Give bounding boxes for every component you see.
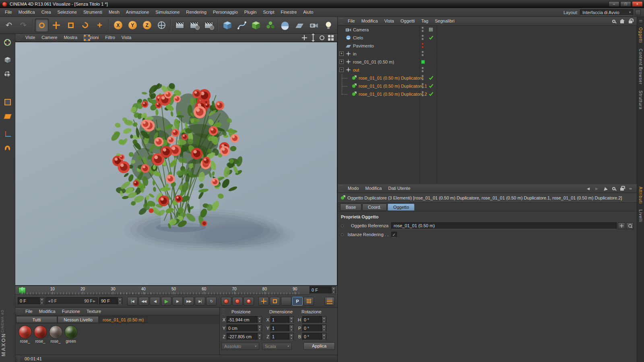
coord-mode-select[interactable]: Assoluto ▾ bbox=[221, 343, 259, 350]
size-z-field[interactable]: 1▲▼ bbox=[270, 333, 294, 340]
om-menu-segnalibri[interactable]: Segnalibri bbox=[431, 17, 458, 25]
viewport-menu-vista[interactable]: Vista bbox=[118, 33, 134, 42]
spinner-up-icon[interactable]: ▲ bbox=[322, 317, 326, 320]
side-tab-attributi[interactable]: Attributi bbox=[638, 187, 643, 204]
points-mode-button[interactable] bbox=[2, 82, 14, 94]
spinner-up-icon[interactable]: ▲ bbox=[289, 333, 293, 337]
render-view-button[interactable] bbox=[173, 19, 187, 32]
om-menu-modifica[interactable]: Modifica bbox=[358, 17, 381, 25]
check-tag-icon[interactable] bbox=[429, 76, 433, 81]
lock-icon[interactable] bbox=[619, 185, 625, 191]
spinner-down-icon[interactable]: ▼ bbox=[322, 320, 326, 323]
spinner-down-icon[interactable]: ▼ bbox=[289, 337, 293, 340]
goto-end-button[interactable]: ▶| bbox=[195, 297, 205, 306]
history-back-icon[interactable]: ◀ bbox=[585, 185, 591, 191]
tab-base[interactable]: Base bbox=[340, 204, 361, 211]
spinner-down-icon[interactable]: ▼ bbox=[332, 290, 336, 294]
side-tab-content-browser[interactable]: Content Browser bbox=[638, 49, 643, 84]
material-item-2[interactable]: rose_ bbox=[48, 325, 63, 343]
home-icon[interactable] bbox=[619, 18, 625, 24]
tree-row-out[interactable]: −out bbox=[338, 66, 637, 74]
render-picture-viewer-button[interactable] bbox=[188, 19, 201, 32]
viewport-menu-filtro[interactable]: Filtro bbox=[102, 33, 118, 42]
panel-drag-handle[interactable] bbox=[17, 309, 20, 314]
apply-button[interactable]: Applica bbox=[303, 342, 335, 350]
make-editable-button[interactable] bbox=[2, 36, 14, 48]
am-menu-dati-utente[interactable]: Dati Utente bbox=[385, 184, 414, 193]
record-keyframes-button[interactable] bbox=[221, 297, 231, 306]
coord-scale-select[interactable]: Scala ▾ bbox=[262, 343, 292, 350]
prev-key-button[interactable]: ◀◀ bbox=[138, 297, 149, 306]
range-left-icon[interactable]: ◀ bbox=[47, 300, 51, 303]
spinner-down-icon[interactable]: ▼ bbox=[322, 337, 326, 340]
menu-finestre[interactable]: Finestre bbox=[278, 8, 300, 16]
light-button[interactable] bbox=[322, 19, 335, 32]
visibility-dots[interactable] bbox=[421, 83, 424, 88]
key-scale-button[interactable] bbox=[270, 297, 280, 306]
toggle-views-icon[interactable] bbox=[328, 35, 334, 41]
next-key-button[interactable]: ▶▶ bbox=[184, 297, 194, 306]
material-tab-rose-01-01-0-50-m[interactable]: rose_01_01 (0.50 m) bbox=[99, 316, 147, 323]
keyframe-dot-icon[interactable] bbox=[341, 233, 344, 236]
spinner-up-icon[interactable]: ▲ bbox=[118, 298, 122, 301]
environment-button[interactable] bbox=[278, 19, 292, 32]
last-tool-button[interactable]: + bbox=[93, 19, 106, 32]
goto-start-button[interactable]: |◀ bbox=[127, 297, 138, 306]
tree-row-rose-01-01-0-50-m-duplicatore-2[interactable]: rose_01_01 (0.50 m) Duplicatore.2 bbox=[338, 90, 637, 98]
orbit-view-icon[interactable] bbox=[319, 35, 325, 41]
next-frame-button[interactable]: ▶ bbox=[172, 297, 183, 306]
menu-rendering[interactable]: Rendering bbox=[183, 8, 210, 16]
material-menu-file[interactable]: File bbox=[22, 307, 36, 316]
visibility-dots[interactable] bbox=[421, 75, 424, 80]
mograph-button[interactable] bbox=[264, 19, 277, 32]
tree-row-rose-01-01-0-50-m-duplicatore-1[interactable]: rose_01_01 (0.50 m) Duplicatore.1 bbox=[338, 82, 637, 90]
lock-z-axis-button[interactable]: Z bbox=[140, 19, 154, 32]
viewport-menu-viste[interactable]: Viste bbox=[22, 33, 38, 42]
spinner-down-icon[interactable]: ▼ bbox=[258, 337, 262, 340]
primitive-cube-button[interactable] bbox=[221, 19, 234, 32]
maximize-button[interactable]: □ bbox=[620, 1, 631, 7]
position-y-field[interactable]: 0 cm▲▼ bbox=[227, 325, 262, 332]
menu-strumenti[interactable]: Strumenti bbox=[80, 8, 105, 16]
tab-oggetto[interactable]: Oggetto bbox=[388, 204, 415, 211]
spinner-up-icon[interactable]: ▲ bbox=[40, 298, 44, 301]
timeline-ruler[interactable]: 0102030405060708090 bbox=[15, 286, 310, 294]
key-parameter-button[interactable]: P bbox=[292, 297, 303, 306]
visibility-dots[interactable] bbox=[421, 91, 424, 97]
camera-tool-button[interactable] bbox=[307, 19, 321, 32]
preview-range-slider[interactable]: ◀ 0 F 90 F ▶ bbox=[45, 297, 98, 305]
spinner-up-icon[interactable]: ▲ bbox=[258, 333, 262, 337]
reference-target-icon[interactable] bbox=[618, 222, 625, 229]
size-y-field[interactable]: 1▲▼ bbox=[270, 325, 294, 332]
menu-file[interactable]: File bbox=[2, 8, 15, 16]
position-z-field[interactable]: -227.805 cm▲▼ bbox=[227, 333, 262, 340]
material-menu-modifica[interactable]: Modifica bbox=[36, 307, 59, 316]
memory-meter-button[interactable] bbox=[324, 297, 335, 306]
menu-plugin[interactable]: Plugin bbox=[241, 8, 260, 16]
menu-simulazione[interactable]: Simulazione bbox=[152, 8, 183, 16]
history-forward-icon[interactable]: ▶ bbox=[594, 185, 600, 191]
axis-mode-button[interactable] bbox=[2, 128, 14, 140]
timeline-frame-field[interactable]: 0 F ▲▼ bbox=[310, 286, 336, 294]
autokeying-button[interactable] bbox=[232, 297, 243, 306]
expander-icon[interactable]: + bbox=[339, 60, 344, 64]
spinner-down-icon[interactable]: ▼ bbox=[258, 320, 262, 323]
spinner-up-icon[interactable]: ▲ bbox=[289, 317, 293, 320]
om-menu-tag[interactable]: Tag bbox=[418, 17, 431, 25]
visibility-dots[interactable] bbox=[421, 27, 424, 32]
spinner-down-icon[interactable]: ▼ bbox=[289, 328, 293, 331]
menu-mesh[interactable]: Mesh bbox=[105, 8, 123, 16]
key-rotation-button[interactable] bbox=[281, 297, 291, 306]
move-button[interactable] bbox=[50, 19, 63, 32]
key-position-button[interactable] bbox=[258, 297, 269, 306]
position-x-field[interactable]: -51.944 cm▲▼ bbox=[227, 316, 262, 323]
panel-drag-handle[interactable] bbox=[340, 186, 343, 191]
spinner-down-icon[interactable]: ▼ bbox=[289, 320, 293, 323]
rotation-p-field[interactable]: 0 °▲▼ bbox=[302, 325, 326, 332]
viewport-menu-mostra[interactable]: Mostra bbox=[60, 33, 80, 42]
visibility-dots[interactable] bbox=[421, 51, 424, 56]
spinner-down-icon[interactable]: ▼ bbox=[118, 301, 122, 305]
lock-y-axis-button[interactable]: Y bbox=[126, 19, 139, 32]
material-tab-nessun-livello[interactable]: Nessun Livello bbox=[58, 316, 99, 323]
titlebar[interactable]: CINEMA 4D R13.061 Visualize - [Senza Tit… bbox=[0, 0, 644, 8]
